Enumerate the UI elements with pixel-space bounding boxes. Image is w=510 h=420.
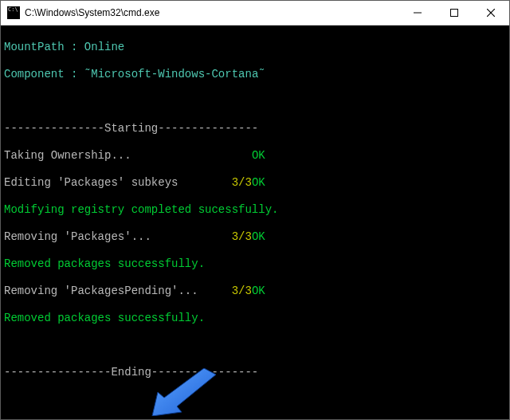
line-removing-packages: Removing 'Packages'... bbox=[4, 230, 151, 243]
component-label: Component bbox=[4, 68, 65, 80]
line-removed-packages-2: Removed packages successfully. bbox=[4, 312, 508, 325]
line-editing-packages: Editing 'Packages' subkeys bbox=[4, 176, 178, 189]
count: 3/3 bbox=[232, 230, 252, 243]
count: 3/3 bbox=[232, 285, 252, 297]
minimize-button[interactable] bbox=[399, 1, 436, 25]
close-icon bbox=[487, 9, 495, 17]
maximize-icon bbox=[450, 9, 458, 17]
window-controls bbox=[399, 1, 509, 25]
cmd-icon bbox=[7, 6, 20, 19]
mountpath-value: Online bbox=[84, 41, 124, 53]
status-ok: OK bbox=[252, 149, 265, 162]
svg-rect-1 bbox=[451, 10, 458, 17]
component-value: ˜Microsoft-Windows-Cortana˜ bbox=[84, 68, 265, 80]
line-modifying-registry: Modifying registry completed sucessfully… bbox=[4, 203, 508, 217]
mountpath-label: MountPath bbox=[4, 41, 65, 53]
separator-starting: ---------------Starting--------------- bbox=[4, 122, 508, 135]
line-removed-packages: Removed packages successfully. bbox=[4, 257, 508, 271]
minimize-icon bbox=[414, 9, 422, 17]
titlebar[interactable]: C:\Windows\System32\cmd.exe bbox=[1, 1, 509, 26]
status-ok: OK bbox=[252, 285, 265, 297]
line-removing-pending: Removing 'PackagesPending'... bbox=[4, 285, 198, 297]
cmd-window: C:\Windows\System32\cmd.exe MountPath : … bbox=[0, 0, 510, 420]
status-ok: OK bbox=[252, 176, 265, 189]
window-title: C:\Windows\System32\cmd.exe bbox=[25, 7, 399, 18]
terminal-area[interactable]: MountPath : Online Component : ˜Microsof… bbox=[1, 26, 509, 419]
separator-ending: ----------------Ending---------------- bbox=[4, 366, 508, 379]
line-taking-ownership: Taking Ownership... bbox=[4, 149, 131, 162]
status-ok: OK bbox=[252, 230, 265, 243]
maximize-button[interactable] bbox=[436, 1, 473, 25]
count: 3/3 bbox=[232, 176, 252, 189]
close-button[interactable] bbox=[473, 1, 509, 25]
